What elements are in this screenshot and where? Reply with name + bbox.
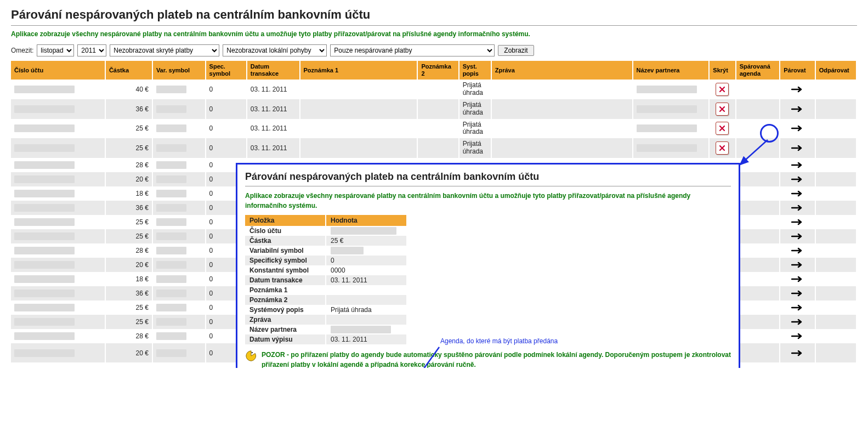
detail-row: Poznámka 1 xyxy=(245,285,407,295)
cell xyxy=(815,286,856,300)
year-select[interactable]: 2011 xyxy=(77,44,106,56)
detail-key: Název partnera xyxy=(245,325,326,334)
cell xyxy=(709,99,735,119)
cell xyxy=(11,99,105,119)
filter-bar: Omezit: listopad 2011 Nezobrazovat skryt… xyxy=(11,44,857,56)
col-12: Párovat xyxy=(780,61,815,80)
pair-button[interactable] xyxy=(789,231,805,241)
detail-val xyxy=(326,246,407,256)
pair-button[interactable] xyxy=(789,84,805,94)
cell xyxy=(815,138,856,158)
varsym-placeholder xyxy=(156,124,186,132)
pair-button[interactable] xyxy=(789,303,805,313)
account-placeholder xyxy=(14,161,75,169)
pair-button[interactable] xyxy=(789,123,805,133)
cell xyxy=(780,343,815,363)
pair-button[interactable] xyxy=(789,246,805,256)
hide-button[interactable] xyxy=(716,122,729,135)
pair-button[interactable] xyxy=(789,217,805,227)
amount: 36 € xyxy=(109,105,149,113)
detail-val xyxy=(326,325,407,334)
local-select[interactable]: Nezobrazovat lokální pohyby xyxy=(223,44,327,56)
cell xyxy=(780,186,815,201)
detail-val: 03. 11. 2011 xyxy=(326,334,407,344)
cell xyxy=(815,300,856,315)
account-placeholder xyxy=(14,232,75,240)
detail-key: Poznámka 1 xyxy=(245,285,326,295)
detail-row: Číslo účtu xyxy=(245,226,407,236)
cell xyxy=(780,258,815,272)
popup-divider xyxy=(245,186,731,186)
cell: 40 € xyxy=(105,80,152,99)
pair-button[interactable] xyxy=(789,274,805,284)
pair-button[interactable] xyxy=(789,174,805,184)
pair-button[interactable] xyxy=(789,331,805,341)
amount: 20 € xyxy=(109,261,149,269)
pair-button[interactable] xyxy=(789,189,805,199)
cell: 20 € xyxy=(105,343,152,363)
cell xyxy=(780,286,815,300)
pair-button[interactable] xyxy=(789,160,805,170)
cell xyxy=(11,201,105,215)
varsym-placeholder xyxy=(156,204,186,212)
account-placeholder xyxy=(14,124,75,132)
account-placeholder xyxy=(14,261,75,269)
cell xyxy=(300,80,418,99)
hide-button[interactable] xyxy=(716,103,729,116)
cell xyxy=(417,80,458,99)
account-placeholder xyxy=(14,247,75,254)
pair-button[interactable] xyxy=(789,317,805,327)
cell xyxy=(780,201,815,215)
col-8: Zpráva xyxy=(491,61,633,80)
cell xyxy=(780,315,815,329)
cell xyxy=(736,138,780,158)
detail-key: Specifický symbol xyxy=(245,256,326,265)
limit-label: Omezit: xyxy=(11,47,33,54)
detail-row: Variabilní symbol xyxy=(245,246,407,256)
cell xyxy=(491,80,633,99)
pair-button[interactable] xyxy=(789,203,805,213)
cell xyxy=(152,138,206,158)
cell xyxy=(736,229,780,243)
cell xyxy=(709,138,735,158)
account-placeholder xyxy=(14,318,75,326)
cell: 28 € xyxy=(105,158,152,172)
svg-point-2 xyxy=(252,352,253,353)
hidden-select[interactable]: Nezobrazovat skryté platby xyxy=(110,44,219,56)
cell xyxy=(11,315,105,329)
cell xyxy=(815,119,856,139)
detail-row: Konstantní symbol0000 xyxy=(245,265,407,275)
cell xyxy=(11,186,105,201)
varsym-placeholder xyxy=(156,190,186,197)
cell xyxy=(300,119,418,139)
detail-key: Datum transakce xyxy=(245,275,326,285)
pair-select[interactable]: Pouze nespárované platby xyxy=(330,44,495,56)
varsym-placeholder xyxy=(156,218,186,226)
month-select[interactable]: listopad xyxy=(37,44,74,56)
cell xyxy=(736,99,780,119)
cell xyxy=(780,99,815,119)
pair-button[interactable] xyxy=(789,104,805,114)
cell xyxy=(736,80,780,99)
det-h2: Hodnota xyxy=(326,215,407,226)
show-button[interactable]: Zobrazit xyxy=(498,45,534,56)
account-placeholder xyxy=(14,304,75,311)
cell xyxy=(152,80,206,99)
cell xyxy=(152,343,206,363)
page-root: Párování nespárovaných plateb na centrál… xyxy=(0,0,868,368)
pair-button[interactable] xyxy=(789,288,805,298)
detail-val xyxy=(326,315,407,325)
cell: 0 xyxy=(206,138,247,158)
cell xyxy=(815,158,856,172)
pair-button[interactable] xyxy=(789,143,805,153)
cell: 03. 11. 2011 xyxy=(247,138,300,158)
amount: 25 € xyxy=(109,318,149,326)
pair-button[interactable] xyxy=(789,348,805,358)
amount: 36 € xyxy=(109,290,149,297)
hide-button[interactable] xyxy=(716,83,729,96)
cell: 36 € xyxy=(105,99,152,119)
pair-button[interactable] xyxy=(789,260,805,270)
cell: 28 € xyxy=(105,329,152,343)
cell xyxy=(736,119,780,139)
hide-button[interactable] xyxy=(716,141,729,155)
